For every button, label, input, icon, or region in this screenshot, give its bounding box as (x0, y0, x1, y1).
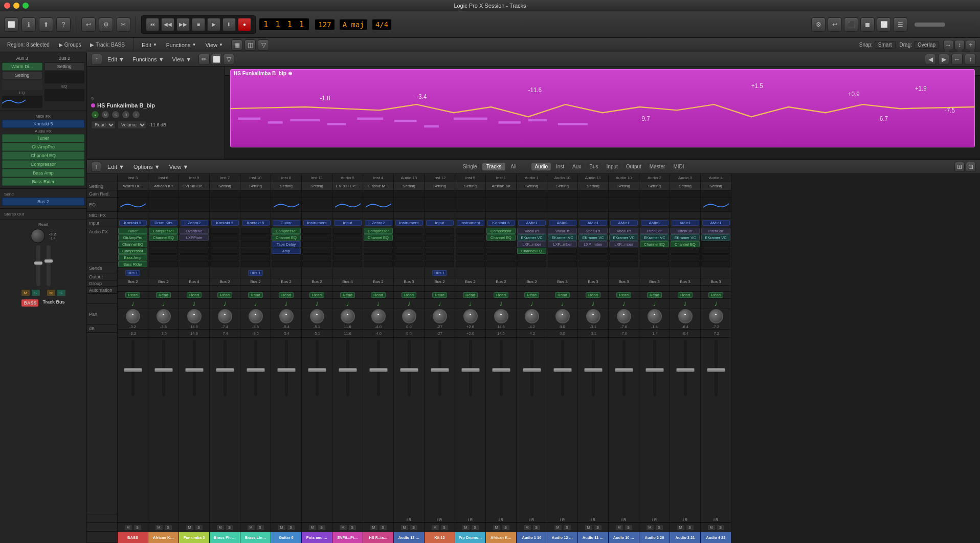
ch-fx-slot-1-3[interactable] (149, 248, 178, 254)
ch-input-plug-13[interactable]: AMic1 (518, 220, 546, 226)
ch-setting-16[interactable]: Setting (609, 182, 639, 190)
ch-pan-knob-4[interactable] (249, 309, 263, 323)
ch-pan-knob-10[interactable] (433, 309, 447, 323)
ch-output-5[interactable]: Bus 2 (271, 278, 301, 286)
ch-solo-7[interactable]: S (348, 525, 357, 531)
ch-fader-track-7[interactable] (346, 340, 349, 396)
ch-fx-slot-17-1[interactable]: EKramer VC (640, 234, 669, 241)
ch-mute-1[interactable]: M (155, 525, 163, 531)
mixer-single-tab[interactable]: Single (459, 163, 481, 170)
ch-eq-12[interactable] (486, 198, 516, 212)
ch-fx-slot-2-3[interactable] (180, 248, 209, 254)
ch-input-plug-0[interactable]: Kontakt 5 (119, 220, 147, 226)
mixer-view-dropdown[interactable]: View ▼ (166, 163, 192, 171)
sidebar-pan-knob[interactable] (31, 229, 45, 243)
ch-fx-slot-1-0[interactable]: Compressor (149, 228, 178, 234)
mixer-button[interactable]: ⚙ (99, 17, 113, 32)
input-section-tab[interactable]: Input (604, 163, 621, 170)
ch-fx-slot-7-3[interactable] (333, 248, 362, 254)
ch-fx-slot-19-3[interactable] (701, 248, 730, 254)
snap-value[interactable]: Smart (875, 41, 896, 49)
ch-eq-5[interactable] (271, 198, 301, 212)
ch-fx-slot-1-5[interactable] (149, 261, 178, 267)
ch-fx-slot-6-3[interactable] (302, 248, 331, 254)
drag-value[interactable]: Overlap (914, 41, 939, 49)
ch-send-badge-0[interactable]: Bus 1 (125, 270, 140, 276)
ch-fx-slot-13-2[interactable]: LXP...mber (517, 241, 546, 247)
ch-fx-slot-9-0[interactable] (394, 228, 424, 234)
ch-eq-11[interactable] (455, 198, 485, 212)
ch-fx-slot-14-3[interactable] (548, 248, 577, 254)
ch-mute-12[interactable]: M (493, 525, 501, 531)
aux3-send[interactable]: Warm Di... (2, 62, 42, 71)
ch-output-0[interactable]: Bus 2 (118, 278, 148, 286)
sidebar-mute-btn2[interactable]: M (47, 289, 56, 296)
ch-fx-slot-16-1[interactable]: EKramer VC (609, 234, 638, 241)
ch-input-plug-7[interactable]: Input (334, 220, 362, 226)
ch-fx-slot-11-1[interactable] (456, 234, 485, 241)
ch-fx-slot-7-4[interactable] (333, 254, 362, 260)
grid-btn-2[interactable]: ◫ (244, 39, 256, 51)
ch-fx-slot-0-0[interactable]: Tuner (118, 228, 147, 234)
ch-setting-1[interactable]: African Kit (148, 182, 179, 190)
fast-forward-button[interactable]: ▶▶ (176, 18, 190, 31)
ch-fx-slot-7-2[interactable] (333, 241, 362, 247)
ch-fx-slot-18-0[interactable]: PitchCor (671, 228, 700, 234)
ch-input-plug-3[interactable]: Kontakt 5 (211, 220, 239, 226)
ch-fx-slot-5-2[interactable]: Tape Delay (272, 241, 301, 247)
ch-auto-6[interactable]: Read (302, 292, 332, 299)
ch-auto-13[interactable]: Read (517, 292, 547, 299)
ch-eq-17[interactable] (639, 198, 670, 212)
ch-auto-18[interactable]: Read (670, 292, 700, 299)
ch-auto-19[interactable]: Read (701, 292, 731, 299)
go-to-beginning-button[interactable]: ⏮ (146, 18, 159, 31)
ch-auto-8[interactable]: Read (363, 292, 393, 299)
ch-mute-11[interactable]: M (462, 525, 470, 531)
mixer-icon-1[interactable]: ⊞ (954, 162, 965, 172)
ch-fx-slot-7-5[interactable] (333, 261, 362, 267)
ch-input-plug-15[interactable]: AMic1 (580, 220, 607, 226)
ch-output-6[interactable]: Bus 2 (302, 278, 332, 286)
ch-fader-track-8[interactable] (377, 340, 380, 396)
ch-input-plug-18[interactable]: AMic1 (672, 220, 699, 226)
ch-pan-knob-9[interactable] (402, 309, 416, 323)
ch-solo-1[interactable]: S (164, 525, 172, 531)
ch-fx-slot-6-0[interactable] (302, 228, 331, 234)
ch-fx-slot-5-0[interactable]: Compressor (272, 228, 301, 234)
ch-auto-5[interactable]: Read (271, 292, 301, 299)
arrange-zoom-4[interactable]: ↕ (965, 54, 976, 65)
sidebar-solo-btn2[interactable]: S (57, 289, 66, 296)
functions-dropdown[interactable]: Functions▼ (163, 41, 199, 49)
filter-btn[interactable]: ▽ (258, 39, 269, 51)
ch-auto-2[interactable]: Read (179, 292, 209, 299)
ch-fader-track-12[interactable] (500, 340, 503, 396)
ch-fx-slot-17-4[interactable] (640, 254, 669, 260)
arrange-functions-dropdown[interactable]: Functions ▼ (129, 55, 167, 63)
ch-setting-13[interactable]: Setting (517, 182, 547, 190)
ch-fx-slot-3-0[interactable] (210, 228, 239, 234)
midi-region[interactable]: HS Funkalimba B_bip ⊕ -1.8 -3.4 -11.6 -9… (230, 69, 975, 147)
ch-setting-5[interactable]: Setting (271, 182, 301, 190)
arrange-edit-dropdown[interactable]: Edit ▼ (104, 55, 127, 63)
gtr-amp-insert[interactable]: GtrAmpPro (2, 143, 84, 151)
ch-send-badge-4[interactable]: Bus 1 (248, 270, 262, 276)
ch-setting-15[interactable]: Setting (578, 182, 608, 190)
ch-fx-slot-16-4[interactable] (609, 254, 638, 260)
pause-button[interactable]: ⏸ (222, 18, 236, 31)
ch-fx-slot-13-0[interactable]: VocalTrf (517, 228, 546, 234)
ch-eq-7[interactable] (332, 198, 363, 212)
ch-input-plug-17[interactable]: AMic1 (641, 220, 669, 226)
ch-fx-slot-14-4[interactable] (548, 254, 577, 260)
ch-fx-slot-15-0[interactable]: VocalTrf (578, 228, 608, 234)
ch-fx-slot-19-1[interactable]: EKramer VC (701, 234, 730, 241)
ch-fx-slot-14-2[interactable]: LXP...mber (548, 241, 577, 247)
ch-fx-slot-5-5[interactable] (272, 261, 301, 267)
groups-btn[interactable]: ▶ Groups (56, 41, 84, 49)
ch-pan-knob-8[interactable] (371, 309, 386, 323)
ch-fx-slot-3-3[interactable] (210, 248, 239, 254)
tempo-display[interactable]: 127 (315, 19, 335, 30)
ch-setting-11[interactable]: Setting (455, 182, 485, 190)
audio-section-tab[interactable]: Audio (531, 163, 551, 170)
toolbar-extra-5[interactable]: ⬜ (877, 17, 891, 32)
bus2-send[interactable]: Bus 2 (2, 198, 84, 206)
